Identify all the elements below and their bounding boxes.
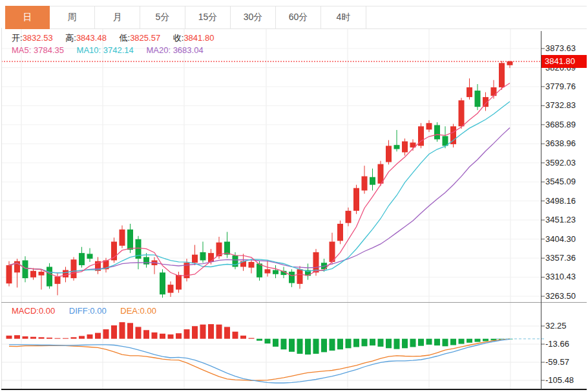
macd-tick: -105.48: [545, 376, 587, 384]
diff-value: 0.00: [90, 306, 106, 316]
ma5-line: [9, 83, 510, 277]
open-value: 3832.53: [23, 33, 53, 43]
ma5-value: 3784.35: [34, 45, 64, 55]
price-tick: 3685.89: [545, 120, 587, 129]
price-tick: 3263.50: [545, 292, 587, 300]
macd-tick: -13.66: [545, 340, 587, 348]
macd-header: MACD:0.00 DIFF:0.00 DEA:0.00: [12, 306, 168, 316]
ma10-label: MA10:: [77, 45, 101, 55]
current-price-badge: 3841.80: [541, 55, 587, 68]
price-tick: 3732.83: [545, 101, 587, 109]
kline-chart-widget: 日 周 月 5分 15分 30分 60分 4时 开:3832.53 高:3843…: [0, 0, 588, 392]
macd-tick: -59.57: [545, 358, 587, 366]
macd-value: 0.00: [39, 306, 55, 316]
ma20-line: [9, 128, 510, 273]
high-label: 高:: [65, 33, 76, 43]
dea-value: 0.00: [140, 306, 156, 316]
ma10-value: 3742.14: [103, 45, 134, 55]
price-tick: 3592.03: [545, 158, 587, 167]
macd-label: MACD:: [12, 306, 39, 316]
high-value: 3843.48: [76, 33, 107, 43]
price-tick: 3404.30: [545, 235, 587, 243]
ma20-value: 3683.04: [173, 45, 204, 55]
low-value: 3825.57: [130, 33, 160, 43]
ma5-label: MA5:: [12, 45, 31, 55]
close-value: 3841.80: [184, 33, 214, 43]
diff-line: [9, 339, 510, 383]
gridlines: [1, 29, 545, 389]
price-tick: 3779.76: [545, 82, 587, 91]
dea-label: DEA:: [120, 306, 140, 316]
price-tick: 3873.63: [545, 44, 587, 52]
close-label: 收:: [173, 33, 184, 43]
price-tick: 3545.09: [545, 177, 587, 186]
price-tick: 3310.43: [545, 272, 587, 281]
macd-tick: 32.25: [545, 321, 587, 330]
price-tick: 3357.36: [545, 254, 587, 262]
price-tick: 3638.96: [545, 139, 587, 147]
ma-header: MA5: 3784.35 MA10: 3742.14 MA20: 3683.04: [12, 45, 214, 55]
price-tick: 3451.23: [545, 215, 587, 224]
ma20-label: MA20:: [146, 45, 171, 55]
open-label: 开:: [12, 33, 23, 43]
diff-label: DIFF:: [69, 306, 90, 316]
price-tick: 3498.16: [545, 197, 587, 205]
chart-canvas[interactable]: [0, 0, 588, 392]
macd-histogram: [6, 322, 513, 354]
ohlc-header: 开:3832.53 高:3843.48 低:3825.57 收:3841.80: [12, 32, 224, 44]
low-label: 低:: [120, 33, 131, 43]
candlestick-series: [6, 61, 513, 298]
